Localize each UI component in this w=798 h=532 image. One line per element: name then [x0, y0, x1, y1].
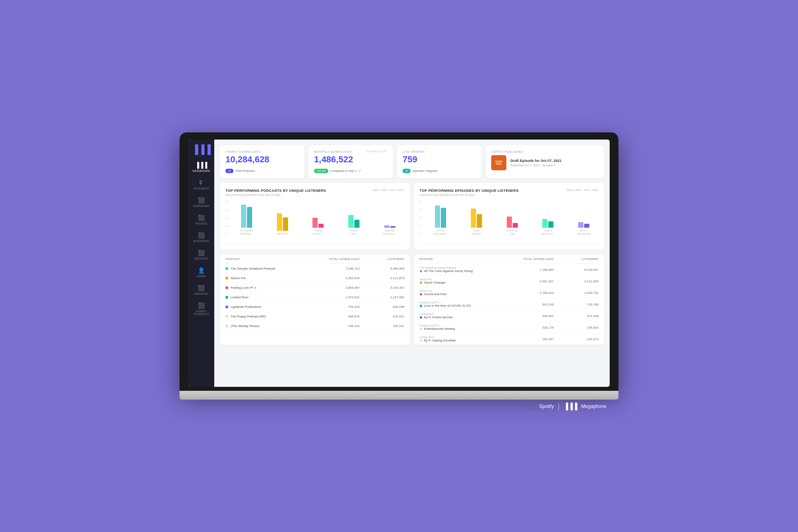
ep-listeners-cell: 742,196: [554, 303, 598, 306]
latest-card: UNITEDPRES Draft Episode for Oct 07, 202…: [491, 155, 598, 170]
table-row: Finding Love PT 1Entertainment Weekly326…: [414, 322, 604, 333]
total-bar: [277, 213, 282, 231]
podcast-dot: [225, 286, 228, 289]
sidebar-item-promos[interactable]: ⬛ PROMOS: [188, 211, 214, 228]
ep-listeners-cell: 1,254,732: [554, 291, 598, 295]
podcasts-table-header: PODCAST TOTAL DOWNLOADS LISTENERS: [220, 254, 410, 264]
podcast-ref: Limited Run!: [420, 336, 509, 339]
bar-label: Sound and Feel: [506, 229, 518, 236]
megaphone-label: Megaphone: [581, 404, 606, 409]
podcast-dot: [225, 305, 228, 308]
sidebar-item-label: DASHBOARD: [193, 169, 210, 172]
ep-listeners-cell: 421,338: [554, 314, 598, 318]
ep-downloads-cell: 194,237: [509, 337, 554, 341]
monthly-sub: Compared to Sep 1 - 7: [330, 169, 361, 173]
ep-downloads-col-header: TOTAL DOWNLOADS: [509, 258, 554, 260]
listeners-cell: 6,589,458: [359, 267, 404, 270]
ep-listeners-cell: 3,122,045: [554, 280, 598, 283]
episode-dot: [420, 282, 422, 284]
live-orders-card: LIVE ORDERS 759 24Episodes Targeted: [397, 145, 482, 178]
monthly-badge: +92.9%: [314, 169, 328, 173]
episode-name-text: 06 The Case Against Jonny Young: [424, 269, 473, 273]
table-row: Stereo ProGame Changer3,961,3273,122,045: [414, 276, 604, 287]
episodes-table: EPISODE TOTAL DOWNLOADS LISTENERS The Sa…: [414, 254, 604, 345]
downloads-cell: 236,431: [315, 324, 359, 328]
podcast-ref: Finding Love PT 1: [420, 301, 509, 304]
listeners-bar: [390, 226, 395, 228]
bar-label: Limited Run!: [350, 229, 358, 236]
live-orders-badge: 24: [403, 169, 411, 173]
latest-info: Draft Episode for Oct 07, 2021 Published…: [510, 159, 561, 167]
total-bar: [471, 209, 476, 228]
podcast-name-text: The Sample Serialized Podcast: [231, 267, 275, 270]
sidebar-item-dashboard[interactable]: ▐▐▐ DASHBOARD: [188, 159, 214, 175]
bar-label: Stereo Pro: [277, 233, 288, 236]
ep-downloads-cell: 3,961,327: [509, 280, 554, 283]
sidebar-item-inventory[interactable]: ⬛ INVENTORY: [188, 229, 214, 246]
episode-name-text: Ep 5: Saying Goodbye: [424, 339, 456, 342]
listeners-bar: [283, 217, 288, 231]
table-row: Limited Run!Ep 6: A New Normal528,961421…: [414, 310, 604, 322]
total-bar: [542, 219, 547, 228]
ep-downloads-cell: 7,158,484: [509, 268, 554, 272]
podcast-table-body: The Sample Serialized Podcast7,256,7226,…: [220, 264, 410, 331]
sidebar-item-label: CAMPAIGNS: [193, 205, 209, 207]
bar-group: Lightbulb Production...: [375, 193, 405, 236]
monthly-days-left: 24 DAYS LEFT: [366, 150, 387, 153]
podcast-name-text: Limited Run!: [231, 296, 249, 299]
bar-label: Finding Love PT 1: [313, 229, 324, 236]
episodes-chart-title: TOP PERFORMING EPISODES BY UNIQUE LISTEN…: [420, 189, 519, 193]
sidebar-item-users[interactable]: 👤 USERS: [188, 264, 214, 281]
ep-downloads-cell: 942,536: [509, 303, 554, 306]
submit-icon: ⬛: [198, 302, 205, 309]
sidebar-item-label: PROMOS: [195, 222, 207, 225]
downloads-col-header: TOTAL DOWNLOADS: [315, 258, 359, 260]
bar-label: Love in the time of...: [541, 229, 555, 236]
sidebar-item-label: USERS: [197, 275, 206, 278]
sidebar-item-agencies[interactable]: ⬛ AGENCIES: [188, 282, 214, 298]
promos-icon: ⬛: [198, 215, 205, 221]
main-content: YEARLY DOWNLOADS 10,284,628 24Total Podc…: [214, 140, 610, 387]
total-bar: [348, 215, 354, 228]
total-bar: [507, 217, 512, 228]
listeners-cell: 410,931: [359, 315, 404, 318]
downloads-cell: 5,652,644: [315, 276, 359, 280]
podcast-name-text: Finding Love PT 1: [231, 286, 257, 290]
table-row: Stereo ProSound and Feel1,769,2291,254,7…: [414, 287, 604, 299]
yearly-downloads-card: YEARLY DOWNLOADS 10,284,628 24Total Podc…: [220, 145, 304, 178]
listeners-col-header: LISTENERS: [359, 258, 404, 260]
sidebar-item-label: PODCASTS: [194, 187, 209, 190]
table-row: Limited Run!1,873,5411,167,993: [220, 293, 410, 302]
episode-dot: [420, 305, 422, 307]
bar-label: Lightbulb Production...: [383, 229, 397, 236]
downloads-cell: 7,256,722: [315, 267, 359, 270]
podcast-ref: The Sample Serialized Podcast: [420, 266, 509, 269]
inventory-icon: ⬛: [198, 232, 205, 238]
listeners-cell: 4,121,873: [359, 276, 404, 280]
episode-dot: [420, 270, 422, 272]
table-row: Limited Run!Ep 5: Saying Goodbye194,2371…: [414, 333, 604, 345]
podcast-dot: [225, 296, 228, 299]
episode-name-text: Entertainment Weekly: [424, 327, 455, 331]
sidebar-item-label: AGENCIES: [194, 292, 209, 295]
podcast-dot: [225, 277, 228, 280]
stats-row: YEARLY DOWNLOADS 10,284,628 24Total Podc…: [220, 145, 604, 178]
downloads-cell: 3,659,087: [315, 286, 359, 290]
bar-group: The Sample Serialized...: [232, 193, 261, 236]
sidebar-item-podcasts[interactable]: 🎙 PODCASTS: [188, 176, 214, 193]
charts-row: TOP PERFORMING PODCASTS BY UNIQUE LISTEN…: [220, 183, 604, 250]
listeners-bar: [584, 224, 589, 228]
sidebar-item-campaigns[interactable]: ⬛ CAMPAIGNS: [188, 194, 214, 211]
bar-group: Limited Run!: [339, 193, 369, 236]
sidebar-item-submit[interactable]: ⬛ SUBMIT PODCASTS: [188, 299, 214, 319]
episode-table-body: The Sample Serialized Podcast06 The Case…: [414, 264, 604, 345]
total-bar: [384, 225, 389, 228]
latest-published-label: LATEST PUBLISHED: [491, 150, 598, 154]
bar-label: The Sample Serialized...: [240, 229, 253, 236]
bar-group: Finding Love PT 1: [303, 193, 333, 236]
sidebar-item-reports[interactable]: ⬛ REPORTS: [188, 246, 214, 263]
podcast-name-text: The Puppy Podcast (RP): [231, 315, 266, 318]
listeners-bar: [247, 207, 252, 228]
table-row: Finding Love PT 13,659,0873,100,457: [220, 283, 410, 293]
total-bar: [312, 218, 318, 228]
